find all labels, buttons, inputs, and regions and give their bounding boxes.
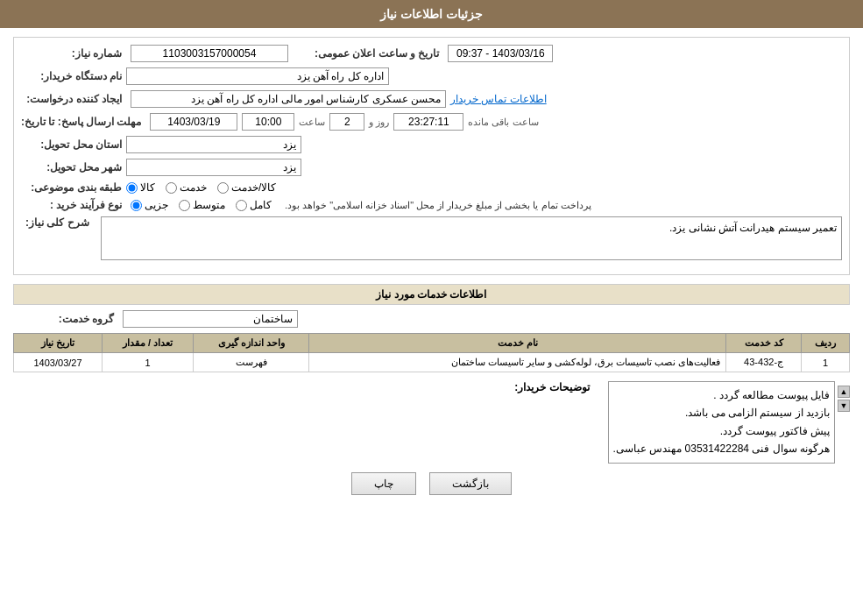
category-kala-khedmat-label: کالا/خدمت <box>231 181 276 194</box>
col-unit: واحد اندازه گیری <box>194 334 309 353</box>
reply-deadline-row: ساعت باقی مانده 23:27:11 روز و 2 ساعت 10… <box>21 113 842 131</box>
province-label: استان محل تحویل: <box>21 138 126 151</box>
services-section: اطلاعات خدمات مورد نیاز ساختمان گروه خدم… <box>13 284 850 372</box>
category-kala-radio[interactable] <box>126 182 138 194</box>
creator-row: اطلاعات تماس خریدار محسن عسکری کارشناس ا… <box>21 90 842 108</box>
announce-date-label: تاریخ و ساعت اعلان عمومی: <box>315 47 443 60</box>
creator-value: محسن عسکری کارشناس امور مالی اداره کل را… <box>131 90 446 108</box>
service-group-value: ساختمان <box>123 310 298 328</box>
purchase-full-label: کامل <box>250 199 272 211</box>
remaining-label: روز و <box>369 117 389 128</box>
purchase-jozi-label: جزیی <box>145 199 168 211</box>
purchase-motavaset-radio[interactable] <box>179 200 190 211</box>
col-service-name: نام خدمت <box>309 334 726 353</box>
need-number-value: 1103003157000054 <box>131 45 288 62</box>
remaining-days-value: 2 <box>329 113 364 131</box>
scroll-up-btn[interactable]: ▲ <box>838 386 850 398</box>
cell-need-date: 1403/03/27 <box>14 353 103 372</box>
services-section-title: اطلاعات خدمات مورد نیاز <box>13 284 850 305</box>
category-radio-group: کالا/خدمت خدمت کالا <box>126 181 276 194</box>
reply-date-value: 1403/03/19 <box>150 113 237 131</box>
contact-link[interactable]: اطلاعات تماس خریدار <box>450 93 547 105</box>
buttons-row: بازگشت چاپ <box>13 472 850 495</box>
col-service-code: کد خدمت <box>726 334 802 353</box>
back-button[interactable]: بازگشت <box>429 472 512 495</box>
purchase-type-label: نوع فرآیند خرید : <box>21 199 126 211</box>
cell-quantity: 1 <box>103 353 194 372</box>
services-table-section: ردیف کد خدمت نام خدمت واحد اندازه گیری ت… <box>13 333 850 372</box>
remaining-time-label: ساعت باقی مانده <box>468 117 538 128</box>
need-number-row: 1403/03/16 - 09:37 تاریخ و ساعت اعلان عم… <box>21 45 842 62</box>
note-line: بازدید از سیستم الزامی می باشد. <box>613 404 830 421</box>
province-row: یزد استان محل تحویل: <box>21 136 842 153</box>
note-line: پیش فاکتور پیوست گردد. <box>613 422 830 440</box>
note-line: هرگونه سوال فنی 03531422284 مهندس عباسی. <box>613 440 830 457</box>
note-line: فایل پیوست مطالعه گردد . <box>613 386 830 404</box>
table-row: 1 ج-432-43 فعالیت‌های نصب تاسیسات برق، ل… <box>14 353 850 372</box>
page-title: جزئیات اطلاعات نیاز <box>380 7 483 21</box>
category-khedmat-label: خدمت <box>180 181 207 194</box>
purchase-type-motavaset[interactable]: متوسط <box>179 199 225 211</box>
scroll-down-btn[interactable]: ▼ <box>838 400 850 412</box>
category-row: کالا/خدمت خدمت کالا طبقه بندی موضوعی: <box>21 181 842 194</box>
reply-deadline-label: مهلت ارسال پاسخ: تا تاریخ: <box>21 116 145 128</box>
purchase-type-full[interactable]: کامل <box>236 199 272 211</box>
reply-time-value: 10:00 <box>242 113 294 131</box>
province-value: یزد <box>126 136 301 153</box>
category-khedmat-radio[interactable] <box>166 182 177 194</box>
general-description-section: تعمیر سیستم هیدرانت آتش نشانی یزد. شرح ک… <box>21 216 842 260</box>
category-kala-khedmat[interactable]: کالا/خدمت <box>217 181 276 194</box>
scroll-indicator: ▲ ▼ <box>838 381 850 412</box>
service-group-row: ساختمان گروه خدمت: <box>13 310 850 328</box>
form-section: 1403/03/16 - 09:37 تاریخ و ساعت اعلان عم… <box>13 37 850 275</box>
page-header: جزئیات اطلاعات نیاز <box>0 0 863 28</box>
category-kala[interactable]: کالا <box>126 181 155 194</box>
purchase-type-jozi[interactable]: جزیی <box>131 199 168 211</box>
reply-time-label: ساعت <box>299 117 325 128</box>
purchase-type-row: پرداخت تمام یا بخشی از مبلغ خریدار از مح… <box>21 199 842 211</box>
city-row: یزد شهر محل تحویل: <box>21 159 842 176</box>
print-button[interactable]: چاپ <box>351 472 416 495</box>
buyer-notes-section: ▲ ▼ فایل پیوست مطالعه گردد .بازدید از سی… <box>13 381 850 464</box>
city-value: یزد <box>126 159 301 176</box>
services-table: ردیف کد خدمت نام خدمت واحد اندازه گیری ت… <box>13 333 850 372</box>
page-wrapper: جزئیات اطلاعات نیاز 1403/03/16 - 09:37 ت… <box>0 0 863 616</box>
city-label: شهر محل تحویل: <box>21 161 126 173</box>
category-kala-label: کالا <box>140 181 155 194</box>
cell-service-name: فعالیت‌های نصب تاسیسات برق، لوله‌کشی و س… <box>309 353 726 372</box>
purchase-full-radio[interactable] <box>236 200 247 211</box>
cell-row-num: 1 <box>802 353 850 372</box>
main-content: 1403/03/16 - 09:37 تاریخ و ساعت اعلان عم… <box>0 28 863 504</box>
category-kala-khedmat-radio[interactable] <box>217 182 229 194</box>
cell-unit: فهرست <box>194 353 309 372</box>
buyer-notes-content: فایل پیوست مطالعه گردد .بازدید از سیستم … <box>608 381 835 464</box>
purchase-type-radio-group: کامل متوسط جزیی <box>131 199 272 211</box>
category-khedmat[interactable]: خدمت <box>166 181 207 194</box>
col-quantity: تعداد / مقدار <box>103 334 194 353</box>
purchase-jozi-radio[interactable] <box>131 200 142 211</box>
purchase-type-note: پرداخت تمام یا بخشی از مبلغ خریدار از مح… <box>285 200 591 211</box>
announce-date-value: 1403/03/16 - 09:37 <box>448 45 553 62</box>
col-row-num: ردیف <box>802 334 850 353</box>
need-number-label: شماره نیاز: <box>21 47 126 60</box>
col-need-date: تاریخ نیاز <box>14 334 103 353</box>
category-label: طبقه بندی موضوعی: <box>21 181 126 194</box>
service-group-label: گروه خدمت: <box>13 313 118 325</box>
buyer-org-label: نام دستگاه خریدار: <box>21 70 126 82</box>
creator-label: ایجاد کننده درخواست: <box>21 93 126 105</box>
purchase-motavaset-label: متوسط <box>193 199 225 211</box>
general-description-label: شرح کلی نیاز: <box>25 216 94 229</box>
cell-service-code: ج-432-43 <box>726 353 802 372</box>
buyer-org-row: اداره کل راه آهن یزد نام دستگاه خریدار: <box>21 67 842 85</box>
buyer-org-value: اداره کل راه آهن یزد <box>126 67 389 85</box>
buyer-notes-label: توضیحات خریدار: <box>514 379 593 393</box>
general-description-value: تعمیر سیستم هیدرانت آتش نشانی یزد. <box>101 216 842 260</box>
remaining-time-value: 23:27:11 <box>393 113 463 131</box>
